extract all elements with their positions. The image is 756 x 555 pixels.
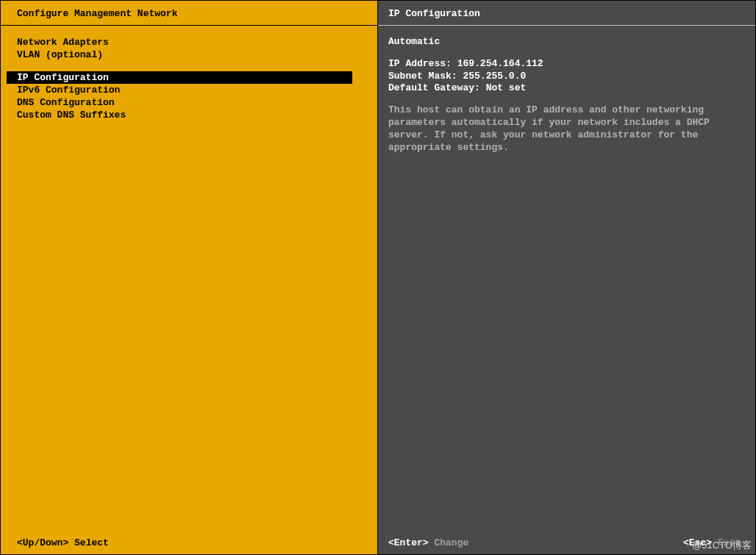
main-area: Configure Management Network Network Ada… bbox=[1, 1, 755, 531]
esc-block: <Esc> Exit bbox=[683, 537, 741, 548]
key-hint-enter-label: Change bbox=[434, 537, 468, 548]
menu-group-2: IP Configuration IPv6 Configuration DNS … bbox=[7, 71, 371, 121]
left-pane: Configure Management Network Network Ada… bbox=[1, 1, 378, 531]
menu-item-custom-dns-suffixes[interactable]: Custom DNS Suffixes bbox=[7, 109, 371, 121]
menu-item-vlan[interactable]: VLAN (optional) bbox=[7, 49, 371, 61]
default-gateway-label: Default Gateway: bbox=[388, 82, 480, 93]
menu-group-1: Network Adapters VLAN (optional) bbox=[7, 36, 371, 61]
menu-list[interactable]: Network Adapters VLAN (optional) IP Conf… bbox=[1, 26, 377, 531]
key-hint-updown: <Up/Down> bbox=[17, 537, 68, 548]
key-hint-enter: <Enter> bbox=[388, 537, 429, 548]
menu-item-ip-configuration[interactable]: IP Configuration bbox=[7, 71, 352, 84]
ip-fields: IP Address: 169.254.164.112 Subnet Mask:… bbox=[388, 58, 745, 94]
right-pane: IP Configuration Automatic IP Address: 1… bbox=[378, 1, 755, 531]
ip-address-label: IP Address: bbox=[388, 58, 452, 69]
right-pane-title: IP Configuration bbox=[378, 1, 755, 26]
menu-item-network-adapters[interactable]: Network Adapters bbox=[7, 36, 371, 49]
left-pane-title: Configure Management Network bbox=[1, 1, 377, 26]
subnet-mask-line: Subnet Mask: 255.255.0.0 bbox=[388, 71, 745, 82]
dcui-screen: Configure Management Network Network Ada… bbox=[0, 0, 756, 555]
enter-block: <Enter> Change bbox=[388, 537, 468, 548]
ip-mode-value: Automatic bbox=[388, 36, 745, 48]
menu-item-dns-configuration[interactable]: DNS Configuration bbox=[7, 96, 371, 109]
footer-bar: <Up/Down> Select <Enter> Change <Esc> Ex… bbox=[1, 531, 755, 554]
ip-address-line: IP Address: 169.254.164.112 bbox=[388, 58, 745, 70]
footer-left: <Up/Down> Select bbox=[1, 531, 378, 554]
default-gateway-value: Not set bbox=[486, 82, 527, 93]
help-text: This host can obtain an IP address and o… bbox=[388, 104, 745, 154]
default-gateway-line: Default Gateway: Not set bbox=[388, 82, 745, 94]
key-hint-esc-label: Exit bbox=[718, 537, 741, 548]
subnet-mask-value: 255.255.0.0 bbox=[463, 71, 526, 82]
subnet-mask-label: Subnet Mask: bbox=[388, 71, 457, 82]
footer-right: <Enter> Change <Esc> Exit bbox=[378, 531, 755, 554]
key-hint-esc: <Esc> bbox=[683, 537, 712, 548]
key-hint-updown-label: Select bbox=[74, 537, 109, 548]
ip-address-value: 169.254.164.112 bbox=[457, 58, 543, 69]
details-body: Automatic IP Address: 169.254.164.112 Su… bbox=[378, 26, 755, 531]
ip-mode: Automatic bbox=[388, 36, 745, 48]
menu-item-ipv6-configuration[interactable]: IPv6 Configuration bbox=[7, 84, 371, 96]
